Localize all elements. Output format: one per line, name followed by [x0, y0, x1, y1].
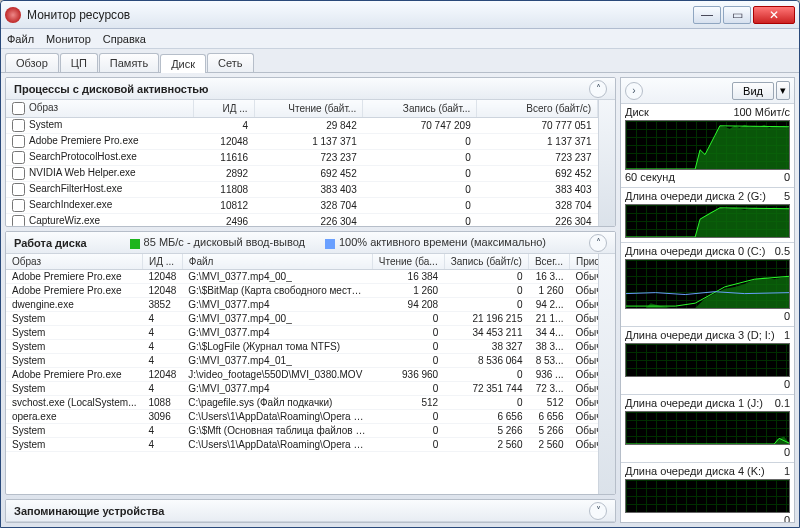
sidebar-collapse-button[interactable]: ›: [625, 82, 643, 100]
tab-disk[interactable]: Диск: [160, 54, 206, 73]
table-row[interactable]: System4G:\MVI_0377.mp4034 453 21134 4...…: [6, 326, 598, 340]
view-dropdown-button[interactable]: ▾: [776, 81, 790, 100]
column-header[interactable]: Файл: [182, 254, 372, 270]
chart-max: 1: [784, 329, 790, 341]
column-header[interactable]: Образ: [6, 254, 143, 270]
column-header[interactable]: ИД ...: [143, 254, 183, 270]
menu-file[interactable]: Файл: [7, 33, 34, 45]
chart-max: 0.1: [775, 397, 790, 409]
menu-monitor[interactable]: Монитор: [46, 33, 91, 45]
select-all-checkbox[interactable]: [12, 102, 25, 115]
column-header[interactable]: Образ: [6, 100, 194, 118]
tab-network[interactable]: Сеть: [207, 53, 253, 72]
table-row[interactable]: Adobe Premiere Pro.exe12048J:\video_foot…: [6, 368, 598, 382]
column-header[interactable]: ИД ...: [194, 100, 254, 118]
tab-strip: Обзор ЦП Память Диск Сеть: [1, 49, 799, 73]
charts-sidebar: › Вид ▾ Диск100 Мбит/с60 секунд0Длина оч…: [620, 77, 795, 523]
table-row[interactable]: System429 84270 747 20970 777 051: [6, 118, 598, 134]
minimize-button[interactable]: —: [693, 6, 721, 24]
chart-axis-label: 0: [784, 514, 790, 522]
table-row[interactable]: opera.exe3096C:\Users\1\AppData\Roaming\…: [6, 410, 598, 424]
table-row[interactable]: dwengine.exe3852G:\MVI_0377.mp494 208094…: [6, 298, 598, 312]
table-row[interactable]: Adobe Premiere Pro.exe12048G:\$BitMap (К…: [6, 284, 598, 298]
legend-active: 100% активного времени (максимально): [325, 236, 546, 248]
chart-axis-label: 0: [784, 446, 790, 458]
chart: [625, 204, 790, 238]
chart-max: 5: [784, 190, 790, 202]
table-row[interactable]: System4C:\Users\1\AppData\Roaming\Opera …: [6, 438, 598, 452]
table-row[interactable]: SearchIndexer.exe10812328 7040328 704: [6, 198, 598, 214]
close-button[interactable]: ✕: [753, 6, 795, 24]
row-checkbox[interactable]: [12, 151, 25, 164]
maximize-button[interactable]: ▭: [723, 6, 751, 24]
tab-memory[interactable]: Память: [99, 53, 159, 72]
titlebar[interactable]: Монитор ресурсов — ▭ ✕: [1, 1, 799, 29]
tab-overview[interactable]: Обзор: [5, 53, 59, 72]
disk-grid[interactable]: ОбразИД ...ФайлЧтение (ба...Запись (байт…: [6, 254, 598, 494]
column-header[interactable]: Чтение (ба...: [372, 254, 444, 270]
chart-panel: Длина очереди диска 4 (K:)10: [621, 463, 794, 522]
chart-title: Длина очереди диска 4 (K:): [625, 465, 765, 477]
column-header[interactable]: Приоритет...: [569, 254, 598, 270]
collapse-button[interactable]: ˄: [589, 234, 607, 252]
table-row[interactable]: SearchProtocolHost.exe11616723 2370723 2…: [6, 150, 598, 166]
storage-panel-title: Запоминающие устройства: [14, 505, 164, 517]
chart-title: Длина очереди диска 0 (C:): [625, 245, 765, 257]
chart-panel: Длина очереди диска 1 (J:)0.10: [621, 395, 794, 463]
tab-cpu[interactable]: ЦП: [60, 53, 98, 72]
storage-panel: Запоминающие устройства ˅: [5, 499, 616, 523]
chart-title: Диск: [625, 106, 649, 118]
collapse-button[interactable]: ˄: [589, 80, 607, 98]
chart-title: Длина очереди диска 3 (D; I:): [625, 329, 775, 341]
legend-io: 85 МБ/с - дисковый ввод-вывод: [130, 236, 305, 248]
svg-marker-0: [626, 125, 789, 169]
chart-title: Длина очереди диска 1 (J:): [625, 397, 763, 409]
row-checkbox[interactable]: [12, 167, 25, 180]
column-header[interactable]: Чтение (байт...: [254, 100, 363, 118]
table-row[interactable]: System4G:\MVI_0377.mp4_01_08 536 0648 53…: [6, 354, 598, 368]
chart-max: 100 Мбит/с: [733, 106, 790, 118]
column-header[interactable]: Всего (байт/с): [477, 100, 598, 118]
processes-panel: Процессы с дисковой активностью ˄ ОбразИ…: [5, 77, 616, 227]
menubar: Файл Монитор Справка: [1, 29, 799, 49]
row-checkbox[interactable]: [12, 119, 25, 132]
row-checkbox[interactable]: [12, 183, 25, 196]
chart-title: Длина очереди диска 2 (G:): [625, 190, 766, 202]
table-row[interactable]: System4G:\$Mft (Основная таблица файлов …: [6, 424, 598, 438]
row-checkbox[interactable]: [12, 215, 25, 226]
processes-grid[interactable]: ОбразИД ...Чтение (байт...Запись (байт..…: [6, 100, 598, 226]
row-checkbox[interactable]: [12, 135, 25, 148]
column-header[interactable]: Всег...: [528, 254, 569, 270]
chart: [625, 120, 790, 170]
column-header[interactable]: Запись (байт/с): [444, 254, 528, 270]
view-button[interactable]: Вид: [732, 82, 774, 100]
scrollbar[interactable]: [598, 254, 615, 494]
disk-panel-title: Работа диска: [14, 237, 87, 249]
table-row[interactable]: System4G:\MVI_0377.mp4072 351 74472 3...…: [6, 382, 598, 396]
svg-marker-1: [626, 208, 789, 237]
table-row[interactable]: svchost.exe (LocalSystem...1088C:\pagefi…: [6, 396, 598, 410]
chart-panel: Диск100 Мбит/с60 секунд0: [621, 104, 794, 188]
chart: [625, 343, 790, 377]
row-checkbox[interactable]: [12, 199, 25, 212]
expand-button[interactable]: ˅: [589, 502, 607, 520]
chart: [625, 259, 790, 309]
chart-max: 1: [784, 465, 790, 477]
table-row[interactable]: Adobe Premiere Pro.exe12048G:\MVI_0377.m…: [6, 270, 598, 284]
scrollbar[interactable]: [598, 100, 615, 226]
chart-axis-label: 60 секунд: [625, 171, 675, 183]
chart-panel: Длина очереди диска 2 (G:)5: [621, 188, 794, 243]
chart-panel: Длина очереди диска 3 (D; I:)10: [621, 327, 794, 395]
chart-panel: Длина очереди диска 0 (C:)0.50: [621, 243, 794, 327]
table-row[interactable]: CaptureWiz.exe2496226 3040226 304: [6, 214, 598, 227]
menu-help[interactable]: Справка: [103, 33, 146, 45]
table-row[interactable]: NVIDIA Web Helper.exe2892692 4520692 452: [6, 166, 598, 182]
table-row[interactable]: SearchFilterHost.exe11808383 4030383 403: [6, 182, 598, 198]
table-row[interactable]: System4G:\MVI_0377.mp4_00_021 196 21521 …: [6, 312, 598, 326]
column-header[interactable]: Запись (байт...: [363, 100, 477, 118]
table-row[interactable]: System4G:\$LogFile (Журнал тома NTFS)038…: [6, 340, 598, 354]
chart-max: 0.5: [775, 245, 790, 257]
resource-monitor-window: Монитор ресурсов — ▭ ✕ Файл Монитор Спра…: [0, 0, 800, 528]
app-icon: [5, 7, 21, 23]
table-row[interactable]: Adobe Premiere Pro.exe120481 137 37101 1…: [6, 134, 598, 150]
